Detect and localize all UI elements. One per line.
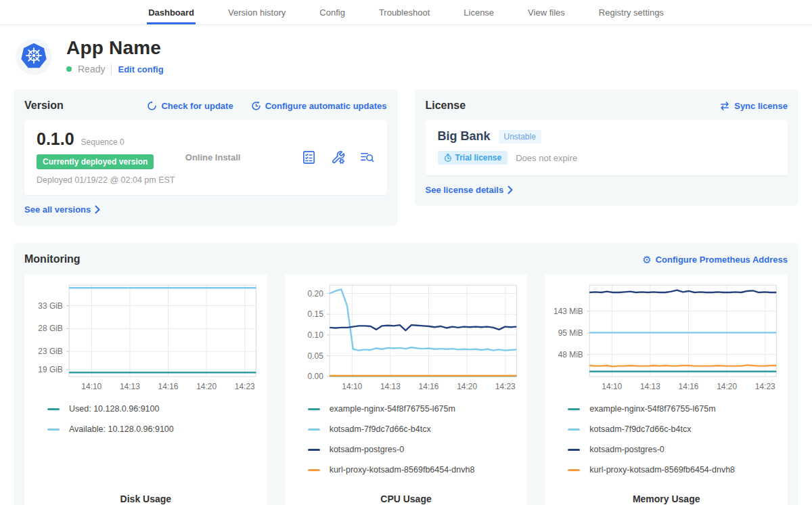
charts-row: 14:1014:1314:1614:2014:2319 GiB23 GiB28 … [24,274,788,505]
legend-label: example-nginx-54f8f76755-l675m [589,404,715,414]
legend-item: Available: 10.128.0.96:9100 [47,424,262,434]
license-expiry: Does not expire [516,153,577,163]
cpu-usage-chart: 14:1014:1314:1614:2014:230.000.050.100.1… [290,281,522,397]
memory-usage-legend: example-nginx-54f8f76755-l675mkotsadm-7f… [568,404,782,484]
license-card-title: License [426,100,466,112]
svg-text:14:23: 14:23 [755,382,775,391]
legend-swatch-icon [568,469,580,471]
legend-swatch-icon [568,429,580,431]
tab-dashboard[interactable]: Dashboard [147,0,196,24]
legend-item: kotsadm-postgres-0 [568,445,782,454]
svg-text:19 GiB: 19 GiB [38,365,63,374]
see-license-details-link[interactable]: See license details [426,185,514,195]
gear-icon: ⚙ [642,255,651,265]
legend-swatch-icon [568,449,580,451]
check-for-update-link[interactable]: Check for update [147,101,233,111]
kubernetes-icon [18,41,49,72]
svg-text:14:20: 14:20 [717,382,738,391]
svg-text:143 MiB: 143 MiB [554,307,583,316]
tab-config[interactable]: Config [318,0,346,24]
legend-swatch-icon [47,408,60,410]
license-panel: Big Bank Unstable Trial license Does not… [426,120,788,175]
legend-label: example-nginx-54f8f76755-l675m [330,404,455,414]
legend-label: Used: 10.128.0.96:9100 [69,404,159,414]
sync-license-link[interactable]: Sync license [719,101,788,111]
see-all-versions-link[interactable]: See all versions [24,204,100,215]
legend-swatch-icon [308,408,320,410]
cpu-usage-legend: example-nginx-54f8f76755-l675mkotsadm-7f… [308,404,522,484]
legend-label: kotsadm-7f9dc7d66c-b4tcx [589,424,691,434]
svg-text:28 GiB: 28 GiB [38,324,63,333]
memory-usage-chart: 14:1014:1314:1614:2014:2348 MiB95 MiB143… [550,281,782,397]
svg-text:0.05: 0.05 [307,351,323,361]
legend-label: kotsadm-postgres-0 [330,445,404,454]
nav-tabs: DashboardVersion historyConfigTroublesho… [147,0,665,24]
legend-item: kotsadm-7f9dc7d66c-b4tcx [308,424,522,434]
clock-refresh-icon [251,101,261,111]
monitoring-title: Monitoring [24,253,81,265]
app-avatar [16,39,51,74]
legend-label: kotsadm-postgres-0 [589,445,664,454]
legend-item: example-nginx-54f8f76755-l675m [308,404,522,414]
svg-text:14:23: 14:23 [235,382,255,391]
tab-version-history[interactable]: Version history [227,0,287,24]
memory-usage-title: Memory Usage [550,493,782,504]
legend-label: Available: 10.128.0.96:9100 [69,424,174,434]
chevron-right-icon [95,205,100,214]
deployed-timestamp: Deployed 01/19/22 @ 02:04 pm EST [37,175,185,185]
edit-config-link[interactable]: Edit config [118,64,163,74]
legend-item: Used: 10.128.0.96:9100 [47,404,262,414]
svg-text:14:20: 14:20 [196,382,217,391]
legend-item: kurl-proxy-kotsadm-8569fb6454-dnvh8 [308,465,522,475]
current-version-panel: 0.1.0 Sequence 0 Currently deployed vers… [24,120,387,195]
svg-text:95 MiB: 95 MiB [558,328,583,338]
legend-swatch-icon [47,429,60,431]
customer-name: Big Bank [438,129,491,144]
channel-badge: Unstable [499,130,541,144]
version-sequence: Sequence 0 [81,137,125,147]
svg-text:33 GiB: 33 GiB [38,301,63,311]
svg-text:23 GiB: 23 GiB [38,347,63,356]
legend-label: kurl-proxy-kotsadm-8569fb6454-dnvh8 [589,465,735,475]
configure-automatic-updates-link[interactable]: Configure automatic updates [251,101,387,111]
svg-text:14:13: 14:13 [120,382,140,391]
top-nav: DashboardVersion historyConfigTroublesho… [0,0,812,25]
svg-text:14:20: 14:20 [457,382,477,391]
install-type: Online Install [185,152,301,162]
svg-text:14:10: 14:10 [342,382,362,391]
tab-license[interactable]: License [462,0,495,24]
legend-label: kotsadm-7f9dc7d66c-b4tcx [330,424,431,434]
version-number: 0.1.0 [37,129,74,149]
page-title: App Name [66,37,164,59]
svg-text:14:16: 14:16 [158,382,179,391]
svg-text:14:13: 14:13 [380,382,401,391]
legend-swatch-icon [308,469,320,471]
view-logs-icon[interactable] [359,150,375,165]
refresh-icon [147,101,157,111]
disk-usage-chart: 14:1014:1314:1614:2014:2319 GiB23 GiB28 … [30,281,262,397]
configure-prometheus-link[interactable]: ⚙ Configure Prometheus Address [642,255,788,265]
svg-text:14:10: 14:10 [81,382,102,391]
svg-text:0.15: 0.15 [307,309,323,319]
svg-text:14:16: 14:16 [679,382,699,391]
cpu-usage-title: CPU Usage [290,493,522,504]
chevron-right-icon [508,185,513,194]
disk-usage-chart-card: 14:1014:1314:1614:2014:2319 GiB23 GiB28 … [24,274,267,505]
svg-text:0.10: 0.10 [307,330,323,340]
legend-swatch-icon [308,449,320,451]
svg-text:0.20: 0.20 [307,289,323,299]
svg-text:14:16: 14:16 [418,382,438,391]
legend-swatch-icon [308,429,320,431]
app-status: Ready [78,64,105,74]
app-header: App Name Ready Edit config [0,25,812,79]
preflight-checks-icon[interactable] [301,150,317,165]
tab-view-files[interactable]: View files [526,0,566,24]
tab-troubleshoot[interactable]: Troubleshoot [378,0,431,24]
divider [111,64,112,74]
svg-text:14:10: 14:10 [602,382,623,391]
legend-item: kotsadm-7f9dc7d66c-b4tcx [568,424,782,434]
config-tools-icon[interactable] [330,150,346,165]
tab-registry-settings[interactable]: Registry settings [597,0,665,24]
monitoring-section: Monitoring ⚙ Configure Prometheus Addres… [14,243,798,505]
memory-usage-chart-card: 14:1014:1314:1614:2014:2348 MiB95 MiB143… [545,274,788,505]
